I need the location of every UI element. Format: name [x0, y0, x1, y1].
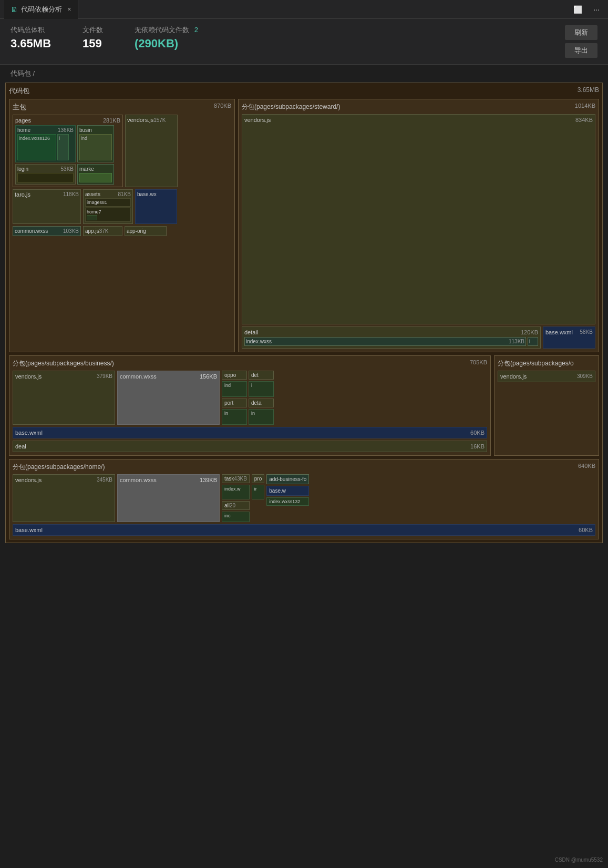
no-dep-count[interactable]: 2 [194, 26, 198, 34]
business-pkg-title: 分包(pages/subpackages/business/) [13, 359, 114, 368]
total-size-label: 代码总体积 [11, 25, 51, 35]
home-subpackage: 分包(pages/subpackages/home/) 640KB vendor… [9, 459, 599, 539]
outer-package: 代码包 3.65MB 主包 870KB pages 281KB [5, 83, 603, 543]
pages-vendors-row: pages 281KB home 136KB [13, 115, 231, 187]
common-wxss-header: common.wxss 103KB [15, 228, 79, 234]
i1-block: i [249, 381, 274, 397]
business-pkg-body: vendors.js 379KB common.wxss156KB [13, 371, 487, 425]
taro-js-block: taro.js 118KB [13, 189, 81, 224]
refresh-button[interactable]: 刷新 [565, 25, 597, 40]
home-block: home 136KB index.wxss126 i [15, 125, 76, 162]
index-wxss132-block: index.wxss132 [266, 497, 309, 506]
common-wxss-block: common.wxss 103KB [13, 226, 81, 236]
add-business-block: add-business-fo [266, 474, 309, 484]
home-vendors-header: vendors.js 345KB [15, 477, 112, 483]
home-size: 136KB [58, 127, 74, 133]
steward-header: 分包(pages/subpackages/steward/) 1014KB [242, 103, 595, 111]
steward-vendors-block: vendors.js 834KB [242, 114, 595, 324]
main-package-title: 主包 [13, 103, 26, 112]
main-package: 主包 870KB pages 281KB [9, 99, 235, 352]
business-pkg-header: 分包(pages/subpackages/business/) 705KB [13, 359, 487, 368]
oppo-block: oppo [222, 371, 247, 380]
i-block: i [57, 134, 69, 160]
no-dep-stat: 无依赖代码文件数 2 (290KB) [135, 25, 198, 50]
main-package-header: 主包 870KB [13, 103, 231, 112]
file-count-label: 文件数 [83, 25, 103, 35]
tab-title: 代码依赖分析 [21, 5, 62, 14]
home-pkg-title: 分包(pages/subpackages/home/) [13, 463, 105, 472]
port-block: port [222, 399, 247, 407]
in2-block: in [249, 409, 274, 425]
other-pkg-header: 分包(pages/subpackages/o [498, 359, 595, 368]
steward-size: 1014KB [575, 103, 595, 111]
market-name: marke [79, 166, 112, 172]
steward-base-wxml: base.wxml 58KB [543, 326, 595, 349]
export-button[interactable]: 导出 [565, 43, 597, 58]
business-pkg-size: 705KB [470, 359, 487, 368]
detail-i: i [528, 337, 538, 346]
market-inner [79, 173, 112, 182]
more-actions-button[interactable]: ··· [589, 3, 604, 16]
tab-icon: 🗎 [11, 5, 18, 14]
home-add-col: add-business-fo base.w index.wxss132 [266, 474, 309, 522]
pages-block-header: pages 281KB [15, 117, 120, 124]
top-packages-row: 主包 870KB pages 281KB [9, 99, 599, 352]
login-block: login 53KB [15, 164, 76, 185]
home-common-header: common.wxss139KB [120, 477, 217, 483]
vendors-js-block: vendors.js157K [125, 115, 178, 187]
steward-title: 分包(pages/subpackages/steward/) [242, 103, 340, 111]
other-vendors-block: vendors.js 309KB [498, 371, 595, 382]
tab-close-button[interactable]: × [67, 5, 71, 13]
detail-index-wxss: index.wxss 113KB [244, 337, 526, 346]
home-common-wxss-block: common.wxss139KB [117, 474, 220, 522]
detail-inner-row: index.wxss 113KB i [244, 337, 538, 346]
active-tab[interactable]: 🗎 代码依赖分析 × [4, 0, 78, 19]
main-content: 代码包 3.65MB 主包 870KB pages 281KB [0, 83, 608, 558]
total-size-stat: 代码总体积 3.65MB [11, 25, 51, 50]
home-base-wxml: base.wxml 60KB [13, 524, 595, 536]
inc-block: inc [222, 512, 250, 522]
home-pro-col: pro ir [252, 474, 264, 522]
app-orig-block: app-orig [125, 226, 167, 236]
action-buttons: 刷新 导出 [565, 25, 597, 58]
taro-assets-row: taro.js 118KB assets 81KB images81 [13, 189, 231, 224]
business-subpackage: 分包(pages/subpackages/business/) 705KB ve… [9, 355, 491, 456]
login-block-header: login 53KB [17, 166, 74, 172]
business-base-wxml: base.wxml 60KB [13, 427, 487, 438]
file-count-value: 159 [83, 37, 103, 50]
business-col1: oppo ind port in [222, 371, 247, 425]
login-market-row: login 53KB marke [15, 164, 120, 185]
other-subpackage: 分包(pages/subpackages/o vendors.js 309KB [494, 355, 599, 456]
home-name: home [17, 127, 30, 133]
home-vendors-block: vendors.js 345KB [13, 474, 115, 522]
other-vendors-header: vendors.js 309KB [500, 373, 593, 380]
home-pkg-row: 分包(pages/subpackages/home/) 640KB vendor… [9, 459, 599, 539]
task-block: task43KB [222, 474, 250, 483]
home-block-header: home 136KB [17, 127, 74, 133]
pages-block: pages 281KB home 136KB [13, 115, 123, 187]
assets-block: assets 81KB images81 home7 [83, 189, 133, 224]
business-deal-block: deal 16KB [13, 441, 487, 452]
steward-subpackage: 分包(pages/subpackages/steward/) 1014KB ve… [238, 99, 599, 352]
det-block: det [249, 371, 274, 380]
breadcrumb: 代码包 / [0, 65, 608, 83]
header-stats: 代码总体积 3.65MB 文件数 159 无依赖代码文件数 2 (290KB) … [0, 19, 608, 65]
outer-package-size: 3.65MB [578, 86, 599, 96]
pro-block: pro [252, 474, 264, 483]
split-editor-button[interactable]: ⬜ [570, 3, 585, 16]
business-block: busin ind [77, 125, 114, 162]
app-js-block: app.js37K [83, 226, 122, 236]
home-task-col: task43KB index.w all20 inc [222, 474, 250, 522]
main-package-size: 870KB [214, 103, 231, 112]
detail-header: detail 120KB [244, 329, 538, 335]
home-pkg-body: vendors.js 345KB common.wxss139KB task43 [13, 474, 595, 522]
taro-header: taro.js 118KB [15, 191, 79, 198]
business-vendors-block: vendors.js 379KB [13, 371, 115, 425]
steward-vendors-name: vendors.js [244, 117, 271, 123]
in1-block: in [222, 409, 247, 425]
total-size-value: 3.65MB [11, 37, 51, 50]
home-sub-block: home7 [85, 208, 131, 222]
business-common-header: common.wxss156KB [120, 373, 217, 380]
business-vendors-header: vendors.js 379KB [15, 373, 112, 380]
home-business-row: home 136KB index.wxss126 i [15, 125, 120, 162]
